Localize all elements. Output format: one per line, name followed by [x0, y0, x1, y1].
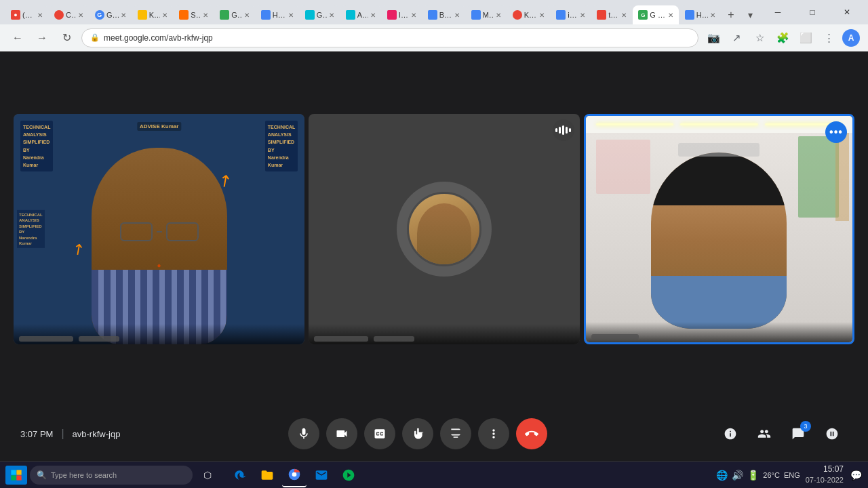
- new-tab-button[interactable]: +: [722, 5, 741, 24]
- participant-2-name-bar-2: [374, 336, 414, 342]
- activities-button[interactable]: [816, 418, 848, 449]
- tab-close-ima[interactable]: ✕: [580, 12, 585, 19]
- chat-badge: 3: [800, 421, 811, 432]
- tab-close-skil[interactable]: ✕: [203, 12, 208, 19]
- tab-label-bas: BAS: [439, 11, 452, 19]
- windows-icon: [11, 470, 22, 481]
- close-button[interactable]: ✕: [831, 0, 863, 24]
- participant-1-video: TECHNICALANALYSISSIMPLIFIEDBYNarendraKum…: [14, 114, 304, 344]
- tab-inst[interactable]: Inst ✕: [382, 5, 422, 24]
- tab-close-chrome[interactable]: ✕: [78, 12, 83, 19]
- tab-close-inst[interactable]: ✕: [411, 12, 416, 19]
- tab-1[interactable]: ● (136 ✕: [5, 5, 48, 24]
- tab-favicon-inst: [387, 10, 397, 20]
- tab-gra[interactable]: Gra ✕: [214, 5, 255, 24]
- notification-center-button[interactable]: 💬: [849, 468, 863, 482]
- participant-2-bar: [309, 324, 579, 344]
- microphone-button[interactable]: [288, 418, 319, 449]
- tab-label-gcre: G cre: [650, 11, 666, 19]
- tab-close-gra[interactable]: ✕: [244, 12, 250, 19]
- captions-button[interactable]: [364, 418, 395, 449]
- tab-close-get[interactable]: ✕: [329, 12, 334, 19]
- camera-button[interactable]: [326, 418, 357, 449]
- tab-label-mer: Mer: [483, 11, 494, 19]
- tab-trad[interactable]: trad ✕: [591, 5, 632, 24]
- profile-avatar[interactable]: A: [842, 29, 860, 47]
- reload-button[interactable]: ↻: [57, 28, 76, 47]
- activities-icon: [825, 427, 839, 441]
- taskbar-file-explorer[interactable]: [255, 463, 279, 487]
- menu-icon[interactable]: ⋮: [819, 28, 838, 47]
- minimize-button[interactable]: ─: [762, 0, 793, 24]
- battery-icon[interactable]: 🔋: [747, 470, 759, 481]
- tab-close-kua[interactable]: ✕: [539, 12, 545, 19]
- layout-icon[interactable]: ⬜: [796, 28, 815, 47]
- bookmark-icon[interactable]: ☆: [750, 28, 769, 47]
- participant-tile-1: TECHNICALANALYSISSIMPLIFIEDBYNarendraKum…: [14, 114, 304, 344]
- taskbar-edge[interactable]: [228, 463, 252, 487]
- tab-favicon-google: G: [95, 10, 104, 20]
- tab-mer[interactable]: Mer ✕: [466, 5, 507, 24]
- tab-close-mer[interactable]: ✕: [496, 12, 501, 19]
- tab-aes[interactable]: Aes ✕: [340, 5, 381, 24]
- tab-hom[interactable]: Hom ✕: [256, 5, 299, 24]
- system-tray: 🌐 🔊 🔋 26°C ENG 15:07 07-10-2022 💬: [716, 464, 863, 485]
- present-button[interactable]: [440, 418, 471, 449]
- tab-kan[interactable]: Kan ✕: [132, 5, 174, 24]
- raise-hand-button[interactable]: [402, 418, 433, 449]
- people-button[interactable]: [749, 418, 780, 449]
- tab-close-hom[interactable]: ✕: [288, 12, 294, 19]
- tab-overflow-button[interactable]: ▾: [741, 5, 760, 24]
- tab-bar: ● (136 ✕ Chr ✕ G Goo ✕ Kan ✕ Skil: [5, 0, 760, 24]
- end-call-button[interactable]: [516, 418, 547, 449]
- mic-bars: [555, 125, 571, 135]
- tab-get[interactable]: Get ✕: [300, 5, 340, 24]
- tab-close-aes[interactable]: ✕: [370, 12, 376, 19]
- address-bar[interactable]: 🔒 meet.google.com/avb-rkfw-jqp: [81, 28, 698, 47]
- svg-rect-0: [11, 470, 16, 474]
- tab-close-bas[interactable]: ✕: [454, 12, 460, 19]
- more-options-control-button[interactable]: [478, 418, 509, 449]
- more-options-button[interactable]: •••: [825, 121, 847, 143]
- taskbar-search-box[interactable]: 🔍 Type here to search: [30, 466, 193, 485]
- taskbar-mail[interactable]: [309, 463, 334, 487]
- network-icon[interactable]: 🌐: [716, 470, 728, 481]
- participant-3-body: [624, 152, 814, 342]
- tab-close-kan[interactable]: ✕: [162, 12, 167, 19]
- maximize-button[interactable]: □: [797, 0, 828, 24]
- tab-chrome[interactable]: Chr ✕: [49, 5, 89, 24]
- tab-ima[interactable]: ima ✕: [551, 5, 591, 24]
- tab-share-icon[interactable]: ↗: [727, 28, 746, 47]
- tab-label-1: (136: [22, 11, 35, 19]
- volume-icon[interactable]: 🔊: [732, 470, 743, 481]
- chat-button[interactable]: 3: [783, 418, 814, 449]
- cortana-button[interactable]: ⬡: [195, 463, 220, 487]
- start-button[interactable]: [5, 466, 27, 485]
- taskbar-chrome[interactable]: [282, 463, 307, 487]
- tab-google[interactable]: G Goo ✕: [90, 5, 132, 24]
- tab-close-gcre[interactable]: ✕: [668, 12, 673, 19]
- tab-gcre[interactable]: G G cre ✕: [633, 5, 679, 24]
- tab-close-hon[interactable]: ✕: [710, 12, 715, 19]
- system-clock[interactable]: 15:07 07-10-2022: [806, 464, 844, 485]
- tab-close-trad[interactable]: ✕: [621, 12, 627, 19]
- tab-close-google[interactable]: ✕: [121, 12, 126, 19]
- participant-1-bar: [14, 324, 304, 344]
- weather-temp: 26°C: [763, 471, 780, 479]
- forward-button[interactable]: →: [33, 28, 52, 47]
- tab-close-1[interactable]: ✕: [37, 12, 43, 19]
- meeting-info-button[interactable]: [715, 418, 746, 449]
- screen-share-icon[interactable]: 📷: [704, 28, 723, 47]
- tab-bas[interactable]: BAS ✕: [422, 5, 465, 24]
- tab-kua[interactable]: KUA ✕: [507, 5, 551, 24]
- tab-hon[interactable]: Hon ✕: [679, 5, 721, 24]
- svg-rect-2: [11, 475, 16, 480]
- extensions-icon[interactable]: 🧩: [773, 28, 792, 47]
- browser-frame: ● (136 ✕ Chr ✕ G Goo ✕ Kan ✕ Skil: [0, 0, 868, 488]
- meet-controls-bar: 3:07 PM | avb-rkfw-jqp: [0, 407, 868, 461]
- meeting-info-left: 3:07 PM | avb-rkfw-jqp: [20, 428, 120, 440]
- back-button[interactable]: ←: [8, 28, 27, 47]
- participant-2-controls: [553, 119, 574, 141]
- taskbar-media[interactable]: [336, 463, 361, 487]
- tab-skil[interactable]: Skil ✕: [174, 5, 214, 24]
